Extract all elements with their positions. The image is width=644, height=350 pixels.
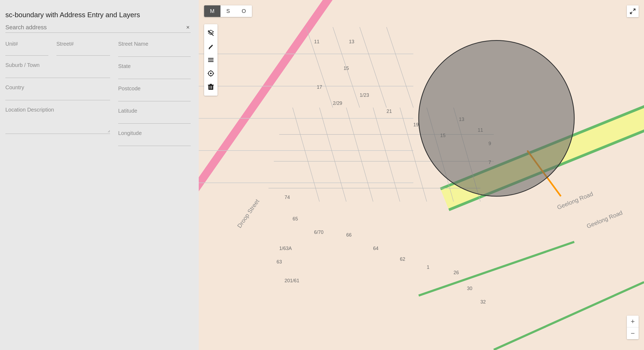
unit-label: Unit# xyxy=(5,41,48,47)
country-label: Country xyxy=(5,84,110,91)
street-name-field: Street Name xyxy=(118,41,191,57)
state-field: State xyxy=(118,63,191,79)
suburb-input[interactable] xyxy=(5,69,110,77)
app-title: sc-boundary with Address Entry and Layer… xyxy=(5,11,191,19)
svg-text:63: 63 xyxy=(277,259,282,265)
zoom-controls: + − xyxy=(627,316,639,339)
svg-point-65 xyxy=(210,73,212,74)
location-desc-input[interactable] xyxy=(5,114,110,133)
latitude-input[interactable] xyxy=(118,115,191,122)
right-col: Street Name State Postcode Latitude xyxy=(118,41,191,152)
pencil-icon xyxy=(208,44,214,49)
fullscreen-icon xyxy=(629,8,636,15)
map-type-controls: M S O xyxy=(204,5,252,17)
svg-text:26: 26 xyxy=(454,270,459,275)
country-input[interactable] xyxy=(5,92,110,99)
svg-text:64: 64 xyxy=(373,246,378,251)
fullscreen-button[interactable] xyxy=(627,5,639,17)
state-input[interactable] xyxy=(118,70,191,78)
latitude-label: Latitude xyxy=(118,108,191,114)
svg-text:30: 30 xyxy=(467,286,472,291)
zoom-out-button[interactable]: − xyxy=(627,327,639,339)
svg-rect-70 xyxy=(208,85,213,90)
svg-text:11: 11 xyxy=(314,39,319,44)
left-panel: sc-boundary with Address Entry and Layer… xyxy=(0,0,199,350)
map-type-o-button[interactable]: O xyxy=(236,5,252,17)
left-col: Unit# Street# Suburb / Town Country xyxy=(5,41,110,152)
svg-text:17: 17 xyxy=(317,84,322,90)
no-layers-icon xyxy=(207,30,214,37)
app-container: sc-boundary with Address Entry and Layer… xyxy=(0,0,644,350)
svg-text:6/70: 6/70 xyxy=(314,230,323,235)
unit-field: Unit# xyxy=(5,41,48,56)
suburb-field: Suburb / Town xyxy=(5,62,110,78)
street-num-field: Street# xyxy=(56,41,110,56)
search-row: × xyxy=(5,24,191,33)
unit-street-row: Unit# Street# xyxy=(5,41,110,56)
postcode-field: Postcode xyxy=(118,85,191,101)
locate-button[interactable] xyxy=(204,67,218,80)
svg-text:62: 62 xyxy=(400,256,405,262)
svg-rect-72 xyxy=(208,85,214,85)
svg-text:19: 19 xyxy=(413,122,419,127)
svg-text:1/63A: 1/63A xyxy=(279,246,292,251)
state-label: State xyxy=(118,63,191,69)
map-type-m-button[interactable]: M xyxy=(204,5,220,17)
edit-button[interactable] xyxy=(204,40,218,53)
menu-button[interactable] xyxy=(204,53,218,67)
svg-text:21: 21 xyxy=(386,109,392,114)
menu-icon xyxy=(208,58,214,62)
map-svg: Droop Street Geelong Road Geelong Road 1… xyxy=(199,0,644,350)
location-desc-label: Location Description xyxy=(5,107,110,113)
svg-rect-74 xyxy=(211,86,212,89)
location-desc-wrapper: Location Description xyxy=(5,107,110,134)
svg-point-54 xyxy=(419,41,574,196)
svg-text:2/29: 2/29 xyxy=(333,101,342,106)
delete-button[interactable] xyxy=(204,80,218,94)
longitude-field: Longitude xyxy=(118,130,191,146)
svg-text:13: 13 xyxy=(349,39,354,44)
street-num-label: Street# xyxy=(56,41,110,47)
no-layers-button[interactable] xyxy=(204,26,218,40)
map-container: Droop Street Geelong Road Geelong Road 1… xyxy=(199,0,644,350)
postcode-input[interactable] xyxy=(118,93,191,100)
locate-icon xyxy=(207,70,214,77)
unit-input[interactable] xyxy=(5,47,48,54)
map-type-s-button[interactable]: S xyxy=(220,5,236,17)
search-input[interactable] xyxy=(5,24,185,31)
country-field: Country xyxy=(5,84,110,100)
svg-text:65: 65 xyxy=(293,216,298,222)
longitude-label: Longitude xyxy=(118,130,191,136)
svg-rect-73 xyxy=(210,86,210,89)
address-form: Unit# Street# Suburb / Town Country xyxy=(5,41,191,152)
latitude-field: Latitude xyxy=(118,108,191,124)
street-name-input[interactable] xyxy=(118,48,191,55)
trash-icon xyxy=(208,83,214,90)
suburb-label: Suburb / Town xyxy=(5,62,110,68)
postcode-label: Postcode xyxy=(118,85,191,92)
svg-text:32: 32 xyxy=(480,299,486,305)
zoom-in-button[interactable]: + xyxy=(627,316,639,327)
svg-text:74: 74 xyxy=(285,195,290,200)
svg-text:15: 15 xyxy=(343,66,349,71)
longitude-input[interactable] xyxy=(118,137,191,145)
svg-text:66: 66 xyxy=(346,232,352,238)
map-toolbar xyxy=(204,24,218,96)
svg-text:201/61: 201/61 xyxy=(285,278,299,283)
street-num-input[interactable] xyxy=(56,47,110,54)
clear-search-button[interactable]: × xyxy=(185,24,191,31)
svg-text:1: 1 xyxy=(427,265,429,270)
svg-text:1/23: 1/23 xyxy=(360,92,369,98)
svg-rect-0 xyxy=(199,0,644,350)
street-name-label: Street Name xyxy=(118,41,191,47)
